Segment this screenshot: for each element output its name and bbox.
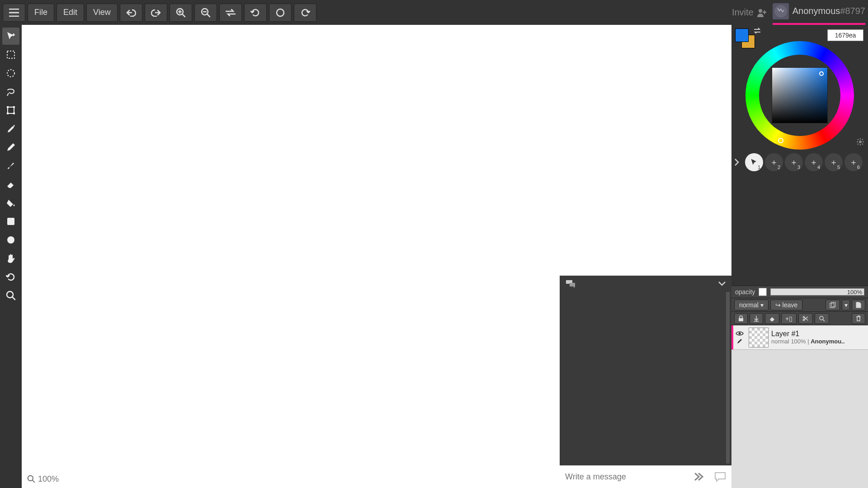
blend-mode-dropdown[interactable]: normal ▾ xyxy=(734,300,769,310)
preset-slot-3[interactable]: ＋3 xyxy=(785,153,803,171)
user-block[interactable]: Anonymous#8797 xyxy=(773,0,865,25)
hamburger-icon xyxy=(9,9,19,17)
avatar xyxy=(773,3,789,19)
rotate-tool[interactable] xyxy=(2,268,19,286)
hue-handle[interactable] xyxy=(778,138,783,143)
redo-button[interactable] xyxy=(145,4,167,22)
fill-tool[interactable] xyxy=(2,194,19,211)
layer-item[interactable]: Layer #1 normal 100% | Anonymou.. xyxy=(731,325,868,350)
right-panel: 1 ＋2 ＋3 ＋4 ＋5 ＋6 opacity 100% normal ▾ ↪… xyxy=(731,25,868,488)
zoom-level-label[interactable]: 100% xyxy=(38,474,59,484)
username-label: Anonymous#8797 xyxy=(793,6,865,16)
expand-presets-icon[interactable] xyxy=(734,158,743,166)
reset-rotation-icon xyxy=(250,8,260,18)
chat-input[interactable] xyxy=(565,472,691,482)
preset-slot-4[interactable]: ＋4 xyxy=(805,153,823,171)
hex-color-input[interactable] xyxy=(827,29,863,41)
svg-rect-10 xyxy=(7,113,9,114)
svg-point-4 xyxy=(774,5,787,18)
layer-sub-label: normal 100% | Anonymou.. xyxy=(771,338,868,345)
chevron-down-icon[interactable] xyxy=(718,281,726,286)
edit-pencil-icon[interactable] xyxy=(736,338,743,344)
zoom-tool[interactable] xyxy=(2,287,19,304)
top-toolbar: File Edit View xyxy=(0,0,868,25)
eraser-tool[interactable] xyxy=(2,176,19,193)
lock-layer-button[interactable] xyxy=(734,313,748,324)
sv-box[interactable] xyxy=(772,67,828,123)
new-layer-button[interactable] xyxy=(852,300,865,310)
zoom-out-button[interactable] xyxy=(194,4,217,22)
svg-point-6 xyxy=(7,70,14,77)
preset-slot-5[interactable]: ＋5 xyxy=(825,153,843,171)
preset-slot-6[interactable]: ＋6 xyxy=(844,153,863,171)
preset-slot-1[interactable]: 1 xyxy=(745,153,763,171)
chat-body[interactable] xyxy=(560,292,730,464)
preset-slot-2[interactable]: ＋2 xyxy=(765,153,783,171)
svg-rect-12 xyxy=(7,218,14,225)
opacity-toggle[interactable] xyxy=(759,288,767,296)
transform-tool[interactable] xyxy=(2,102,19,119)
svg-point-23 xyxy=(739,332,741,334)
flip-button[interactable] xyxy=(219,4,242,22)
invite-button[interactable]: Invite xyxy=(732,7,767,18)
delete-layer-button[interactable] xyxy=(852,313,865,324)
rect-select-tool[interactable] xyxy=(2,46,19,63)
opacity-value: 100% xyxy=(847,289,862,296)
opacity-slider[interactable]: 100% xyxy=(770,288,864,296)
clear-layer-button[interactable] xyxy=(765,313,779,324)
add-user-icon xyxy=(756,8,767,17)
color-wheel[interactable] xyxy=(745,41,854,150)
chat-send-button[interactable] xyxy=(694,473,705,481)
rectangle-tool[interactable] xyxy=(2,213,19,230)
duplicate-dropdown[interactable]: ▾ xyxy=(842,300,850,310)
duplicate-layer-button[interactable] xyxy=(826,300,840,310)
hand-tool[interactable] xyxy=(2,250,19,267)
brush-tool[interactable] xyxy=(2,157,19,174)
layer-meta: Layer #1 normal 100% | Anonymou.. xyxy=(771,330,868,345)
chat-input-row xyxy=(560,465,731,488)
file-menu-button[interactable]: File xyxy=(28,4,54,22)
svg-rect-9 xyxy=(13,106,15,108)
edit-menu-button[interactable]: Edit xyxy=(57,4,84,22)
zoom-in-button[interactable] xyxy=(170,4,192,22)
ellipse-select-tool[interactable] xyxy=(2,65,19,82)
view-menu-button[interactable]: View xyxy=(86,4,118,22)
rotate-cw-button[interactable] xyxy=(294,4,316,22)
layer-search-button[interactable] xyxy=(815,313,829,324)
svg-point-2 xyxy=(277,9,284,16)
reset-rotation-button[interactable] xyxy=(244,4,267,22)
clip-button[interactable] xyxy=(798,313,813,324)
undo-button[interactable] xyxy=(120,4,142,22)
sv-handle[interactable] xyxy=(819,71,824,76)
visibility-eye-icon[interactable] xyxy=(736,331,744,336)
svg-point-22 xyxy=(820,316,823,320)
rotate-cw-icon xyxy=(300,8,310,18)
primary-color-swatch[interactable] xyxy=(735,28,749,42)
chat-bubble-button[interactable] xyxy=(714,471,726,482)
gear-icon[interactable] xyxy=(856,138,864,146)
svg-rect-11 xyxy=(13,113,15,114)
redo-icon xyxy=(151,9,161,17)
swap-colors-icon[interactable] xyxy=(753,28,761,34)
pencil-tool[interactable] xyxy=(2,139,19,156)
merge-down-button[interactable] xyxy=(750,313,763,324)
layer-name-label: Layer #1 xyxy=(771,330,868,338)
layer-thumbnail[interactable] xyxy=(749,328,769,347)
hamburger-menu-button[interactable] xyxy=(3,4,25,22)
chat-icon xyxy=(565,279,576,288)
svg-rect-8 xyxy=(7,106,9,108)
chat-header xyxy=(560,276,731,292)
lasso-tool[interactable] xyxy=(2,83,19,100)
svg-rect-19 xyxy=(739,318,743,321)
add-mask-button[interactable]: +▯ xyxy=(781,313,797,324)
eyedropper-tool[interactable] xyxy=(2,120,19,137)
ellipse-tool[interactable] xyxy=(2,231,19,249)
layer-controls-row-2: +▯ xyxy=(731,312,868,325)
invite-label: Invite xyxy=(732,7,754,18)
undo-icon xyxy=(126,9,136,17)
move-tool[interactable] xyxy=(2,28,19,45)
middle-spacer xyxy=(731,177,868,286)
zoom-in-icon xyxy=(176,8,186,18)
rotate-ccw-button[interactable] xyxy=(269,4,292,22)
leave-button[interactable]: ↪ leave xyxy=(770,300,802,310)
